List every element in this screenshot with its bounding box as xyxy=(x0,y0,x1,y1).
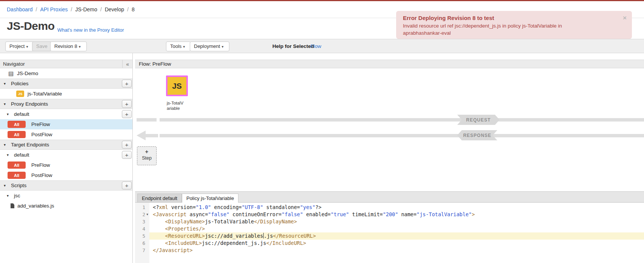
add-button[interactable]: + xyxy=(122,141,132,149)
sidebar-item-label: jsc xyxy=(14,193,20,198)
code-text: <?xml version="1.0" encoding="UTF-8" sta… xyxy=(149,204,644,211)
breadcrumb-item-dashboard[interactable]: Dashboard xyxy=(7,6,33,12)
add-step-button[interactable]: + Step xyxy=(137,146,157,165)
line-number-gutter: 4 xyxy=(135,225,149,232)
response-line-segment xyxy=(146,134,158,137)
code-line-6[interactable]: 6 <IncludeURL>jsc://dependent_js.js</Inc… xyxy=(135,240,644,247)
chevron-down-icon: ▾ xyxy=(183,45,185,49)
flow-panel: Flow: PreFlow JS js-TotalV ariable REQUE… xyxy=(135,53,644,263)
sidebar-item-label: JS-Demo xyxy=(17,71,38,76)
line-number-gutter: 6 xyxy=(135,240,149,247)
breadcrumb-item-develop: Develop xyxy=(105,6,124,12)
add-button[interactable]: + xyxy=(122,110,132,118)
sidebar-item-label: PostFlow xyxy=(31,132,52,137)
fold-spacer xyxy=(145,218,149,225)
revision-button[interactable]: Revision 8▾ xyxy=(50,42,87,51)
caret-down-icon[interactable]: ▾ xyxy=(7,194,12,198)
all-conditions-badge: All xyxy=(8,172,26,179)
code-text: <IncludeURL>jsc://dependent_js.js</Inclu… xyxy=(149,240,644,247)
collapse-sidebar-button[interactable]: « xyxy=(122,60,132,68)
code-line-4[interactable]: 4 <Properties/> xyxy=(135,225,644,232)
deployment-button[interactable]: Deployment▾ xyxy=(190,42,229,51)
line-number: 3 xyxy=(135,218,145,225)
sidebar-item-preflow[interactable]: AllPreFlow xyxy=(0,119,132,129)
sidebar-item-js-demo[interactable]: ▤JS-Demo xyxy=(0,68,132,78)
caret-down-icon[interactable]: ▾ xyxy=(4,102,9,106)
line-number-gutter: 2▾ xyxy=(135,211,149,218)
sidebar-item-add-variables-js[interactable]: add_variables.js xyxy=(0,201,132,211)
sidebar-item-label: Target Endpoints xyxy=(11,142,49,148)
all-conditions-badge: All xyxy=(8,161,26,169)
code-line-5[interactable]: 5 <ResourceURL>jsc://add_variables.js</R… xyxy=(135,232,644,240)
sidebar-item-label: default xyxy=(14,111,29,117)
whats-new-link[interactable]: What's new in the Proxy Editor xyxy=(57,27,124,33)
chevron-down-icon: ▾ xyxy=(221,45,223,49)
js-policy-node[interactable]: JS xyxy=(166,75,188,96)
add-button[interactable]: + xyxy=(122,181,132,189)
breadcrumb-item-api-proxies[interactable]: API Proxies xyxy=(40,6,68,12)
code-line-3[interactable]: 3 <DisplayName>js-TotalVariable</Display… xyxy=(135,218,644,225)
sidebar-section-scripts[interactable]: ▾Scripts+ xyxy=(0,180,132,191)
fold-spacer xyxy=(145,232,149,240)
caret-down-icon[interactable]: ▾ xyxy=(4,183,9,188)
code-line-1[interactable]: 1<?xml version="1.0" encoding="UTF-8" st… xyxy=(135,204,644,211)
sidebar-section-policies[interactable]: ▾Policies+ xyxy=(0,78,132,89)
tools-button[interactable]: Tools▾ xyxy=(166,42,191,51)
line-number-gutter: 1 xyxy=(135,204,149,211)
js-policy-badge: JS xyxy=(16,91,24,97)
sidebar-item-js-totalvariable[interactable]: JSjs-TotalVariable xyxy=(0,89,132,99)
sidebar-item-default[interactable]: ▾default+ xyxy=(0,150,132,160)
code-editor[interactable]: 1<?xml version="1.0" encoding="UTF-8" st… xyxy=(135,203,644,263)
error-alert-title: Error Deploying Revision 8 to test xyxy=(403,15,625,21)
code-line-7[interactable]: 7</Javascript> xyxy=(135,247,644,254)
plus-icon: + xyxy=(137,149,156,155)
breadcrumb-items: Dashboard/API Proxies/JS-Demo/Develop/8 xyxy=(7,6,136,12)
caret-down-icon[interactable]: ▾ xyxy=(7,112,12,116)
sidebar-item-jsc[interactable]: ▾jsc xyxy=(0,191,132,201)
code-lines: 1<?xml version="1.0" encoding="UTF-8" st… xyxy=(135,204,644,254)
code-line-2[interactable]: 2▾<Javascript async="false" continueOnEr… xyxy=(135,211,644,218)
sidebar-item-default[interactable]: ▾default+ xyxy=(0,109,132,119)
line-number: 2 xyxy=(135,211,145,218)
project-button[interactable]: Project▾ xyxy=(5,42,34,51)
request-label-chevron: REQUEST xyxy=(457,115,500,125)
sidebar-item-postflow[interactable]: AllPostFlow xyxy=(0,170,132,180)
add-button[interactable]: + xyxy=(122,100,132,108)
line-number-gutter: 3 xyxy=(135,218,149,225)
flow-help-link[interactable]: Flow xyxy=(310,43,321,49)
close-icon[interactable]: × xyxy=(623,14,627,22)
add-button[interactable]: + xyxy=(122,151,132,159)
line-number: 4 xyxy=(135,225,145,232)
breadcrumb-separator: / xyxy=(71,6,72,12)
flow-canvas: JS js-TotalV ariable REQUEST RESPONSE + … xyxy=(135,68,644,191)
fold-caret-icon[interactable]: ▾ xyxy=(145,211,149,218)
sidebar-item-postflow[interactable]: AllPostFlow xyxy=(0,129,132,140)
add-button[interactable]: + xyxy=(122,80,132,88)
line-number: 6 xyxy=(135,240,145,247)
sidebar-section-proxy-endpoints[interactable]: ▾Proxy Endpoints+ xyxy=(0,99,132,109)
all-conditions-badge: All xyxy=(8,131,26,138)
sidebar-item-label: PreFlow xyxy=(31,162,50,168)
sidebar-item-label: Scripts xyxy=(11,183,26,188)
apigee-proxy-editor: Dashboard/API Proxies/JS-Demo/Develop/8 … xyxy=(0,0,644,263)
line-number-gutter: 7 xyxy=(135,247,149,254)
line-number: 1 xyxy=(135,204,145,211)
proxy-icon: ▤ xyxy=(8,71,14,76)
caret-down-icon[interactable]: ▾ xyxy=(7,153,12,157)
sidebar-item-label: PostFlow xyxy=(31,172,52,178)
breadcrumb-separator: / xyxy=(127,6,129,12)
fold-spacer xyxy=(145,240,149,247)
breadcrumb-separator: / xyxy=(100,6,102,12)
save-button[interactable]: Save xyxy=(32,42,52,51)
file-icon xyxy=(11,203,14,208)
tab-policy-js-totalvariable[interactable]: Policy js-TotalVariable xyxy=(182,194,238,203)
sidebar-section-target-endpoints[interactable]: ▾Target Endpoints+ xyxy=(0,140,132,150)
tab-endpoint-default[interactable]: Endpoint default xyxy=(137,194,182,202)
error-alert-message-2: aprabhashankar-eval xyxy=(403,29,625,37)
error-alert-message: Invalid resource url ref jsc://dependent… xyxy=(403,22,625,29)
navigator-panel: Navigator « ▤JS-Demo▾Policies+JSjs-Total… xyxy=(0,53,133,263)
sidebar-item-preflow[interactable]: AllPreFlow xyxy=(0,160,132,170)
caret-down-icon[interactable]: ▾ xyxy=(4,143,9,147)
code-editor-region: Endpoint defaultPolicy js-TotalVariable … xyxy=(135,191,644,263)
caret-down-icon[interactable]: ▾ xyxy=(4,82,9,86)
